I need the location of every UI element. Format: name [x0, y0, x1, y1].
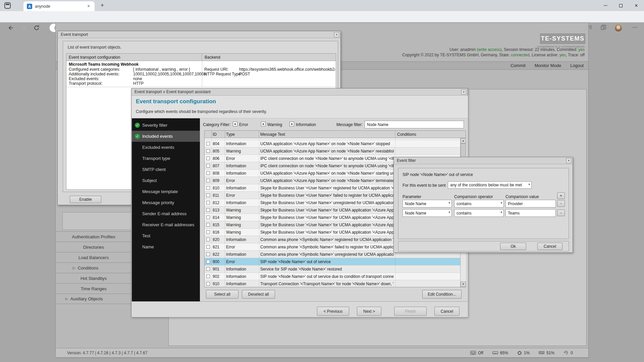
table-row[interactable]: 901InformationService for SIP node '<Nod… [205, 265, 460, 273]
wizard-step-receiver-e-mail-addresses[interactable]: Receiver E-mail addresses [132, 219, 200, 230]
collections-icon[interactable] [600, 24, 606, 31]
checkbox-warning[interactable]: × [261, 122, 266, 126]
sidebar-item-directories[interactable]: Directories [56, 242, 131, 252]
workspaces-icon[interactable] [4, 2, 11, 9]
menu-logout[interactable]: Logout [570, 63, 584, 68]
table-row[interactable]: 902InformationSIP node '<Node Name>' out… [205, 273, 460, 280]
row-checkbox[interactable] [206, 245, 210, 249]
remove-condition-button[interactable]: - [557, 200, 565, 207]
forward-icon[interactable] [20, 25, 27, 31]
filter-footer-panel: Ok Cancel [398, 241, 569, 251]
operator-select[interactable]: contains▾ [454, 209, 504, 217]
sidebar-item-authentication-profiles[interactable]: Authentication Profiles [56, 231, 131, 242]
condition-mode-select[interactable]: any of the conditions below must be met▾ [448, 181, 532, 189]
menu-commit[interactable]: Commit [511, 63, 526, 68]
window-maximize-icon[interactable] [613, 0, 629, 11]
tab-close-icon[interactable] [86, 4, 91, 9]
wizard-step-sender-e-mail-address[interactable]: Sender E-mail address [132, 208, 200, 219]
sidebar-item-hot-standbys[interactable]: Hot Standbys [56, 273, 131, 283]
row-checkbox[interactable] [206, 186, 210, 190]
finish-button[interactable]: Finish [394, 307, 427, 316]
new-tab-button[interactable] [99, 2, 106, 9]
menu-monitor-mode[interactable]: Monitor Mode [535, 63, 561, 68]
scroll-down-icon[interactable]: ▼ [461, 282, 466, 287]
checkbox-error[interactable]: × [233, 122, 237, 126]
dialog-titlebar[interactable]: Event filter [394, 157, 573, 164]
row-checkbox[interactable] [206, 223, 210, 227]
wizard-step-subject[interactable]: Subject [132, 175, 200, 186]
row-checkbox[interactable] [206, 282, 210, 286]
wizard-step-severity-filter[interactable]: ✓Severity filter [132, 120, 200, 131]
window-minimize-icon[interactable] [598, 0, 613, 11]
remove-condition-button[interactable]: - [557, 209, 565, 216]
row-checkbox[interactable] [206, 208, 210, 212]
row-checkbox[interactable] [206, 201, 210, 204]
sidebar-item-label: Load Balancers [78, 255, 109, 260]
row-checkbox[interactable] [206, 149, 210, 153]
parameter-select[interactable]: Node Name▾ [402, 200, 452, 207]
dialog-titlebar[interactable]: Event transport » Event transport assist… [131, 88, 468, 96]
close-icon[interactable] [334, 32, 339, 37]
cancel-button[interactable]: Cancel [434, 307, 460, 316]
next-button[interactable]: Next > [357, 307, 381, 316]
refresh-icon[interactable] [34, 25, 40, 31]
wizard-step-test[interactable]: Test [132, 230, 200, 241]
close-icon[interactable] [566, 158, 571, 163]
row-checkbox[interactable] [206, 230, 210, 234]
deselect-all-button[interactable]: Deselect all [242, 290, 275, 299]
row-checkbox[interactable] [206, 275, 210, 278]
previous-button[interactable]: < Previous [317, 307, 349, 316]
wizard-step-message-priority[interactable]: Message priority [132, 197, 200, 208]
row-checkbox[interactable] [206, 193, 210, 197]
parameter-select[interactable]: Node Name▾ [402, 209, 452, 217]
row-checkbox[interactable] [206, 238, 210, 241]
row-checkbox[interactable] [206, 252, 210, 256]
wizard-step-excluded-events[interactable]: Excluded events [132, 142, 200, 153]
row-checkbox[interactable] [206, 267, 210, 271]
sidebar-item-load-balancers[interactable]: Load Balancers [56, 252, 131, 262]
sidebar-item-time-ranges[interactable]: Time Ranges [56, 283, 131, 294]
row-checkbox[interactable] [206, 179, 210, 182]
sidebar-item-auxiliary-objects[interactable]: ▷Auxiliary Objects [56, 294, 131, 304]
table-row[interactable]: 900ErrorSIP node '<Node Name>' out of se… [205, 258, 460, 265]
row-checkbox[interactable] [206, 164, 210, 168]
message-filter-input[interactable] [365, 121, 464, 128]
enable-button[interactable]: Enable [70, 196, 101, 203]
profile-avat​ar[interactable] [614, 24, 622, 32]
checkbox-information[interactable]: × [289, 122, 294, 126]
step-label: Sender E-mail address [142, 211, 186, 216]
add-condition-button[interactable]: + [557, 192, 565, 199]
wizard-step-name[interactable]: Name [132, 241, 200, 252]
operator-select[interactable]: contains▾ [454, 200, 504, 207]
wizard-step-included-events[interactable]: ✓Included events [132, 131, 200, 142]
wizard-step-message-template[interactable]: Message template [132, 186, 200, 197]
transport-row[interactable]: Microsoft Teams Incoming Webhook Configu… [66, 61, 336, 87]
select-all-button[interactable]: Select all [206, 290, 238, 299]
browser-menu-icon[interactable] [632, 24, 639, 31]
transport-table-header: Event transport configuration Backend [66, 54, 336, 61]
close-icon[interactable] [461, 89, 466, 95]
edit-condition-button[interactable]: Edit Condition... [422, 290, 462, 299]
wizard-step-transport-type[interactable]: Transport type [132, 153, 200, 164]
cancel-button[interactable]: Cancel [537, 243, 562, 250]
row-checkbox[interactable] [206, 157, 210, 160]
row-checkbox[interactable] [206, 216, 210, 219]
window-close-icon[interactable] [629, 0, 644, 11]
dialog-titlebar[interactable]: Event transport [58, 31, 340, 38]
table-row[interactable]: 805WarningUCMA application '<Azure App N… [205, 147, 460, 155]
row-checkbox[interactable] [206, 260, 210, 263]
ok-button[interactable]: Ok [500, 243, 526, 250]
tab-title: anynode [35, 4, 86, 9]
comparison-value-input[interactable] [505, 209, 556, 217]
row-checkbox[interactable] [206, 171, 210, 175]
row-checkbox[interactable] [206, 142, 210, 145]
comparison-value-input[interactable] [505, 200, 556, 207]
browser-tab[interactable]: anynode [23, 1, 95, 11]
table-row[interactable]: 804InformationUCMA application '<Azure A… [205, 140, 460, 147]
table-row[interactable]: 910InformationTransport Connection '<Tra… [205, 280, 460, 287]
wizard-step-smtp-client[interactable]: SMTP client [132, 164, 200, 175]
sidebar-item-conditions[interactable]: ▷Conditions [56, 262, 131, 273]
back-icon[interactable] [7, 25, 14, 31]
row-id: 900 [213, 259, 219, 264]
scroll-up-icon[interactable]: ▲ [461, 138, 466, 143]
